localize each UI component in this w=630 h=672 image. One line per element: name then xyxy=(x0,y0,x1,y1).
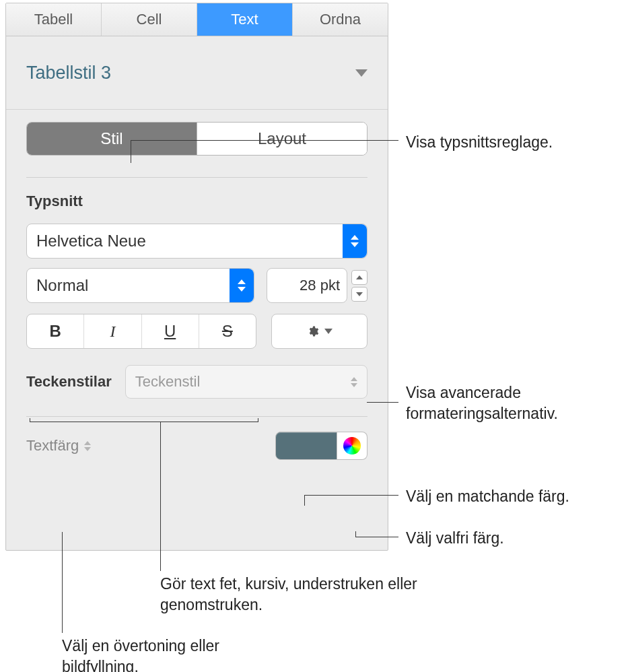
leader-line xyxy=(355,537,398,537)
chevron-down-icon[interactable] xyxy=(355,69,368,77)
paragraph-style-name: Tabellstil 3 xyxy=(26,63,111,83)
italic-button[interactable]: I xyxy=(83,314,141,348)
popup-stepper-icon xyxy=(84,441,91,451)
text-color-label: Textfärg xyxy=(26,437,79,455)
leader-line xyxy=(30,418,30,422)
popup-stepper-icon xyxy=(351,377,357,387)
font-family-popup[interactable]: Helvetica Neue xyxy=(26,224,368,259)
underline-button[interactable]: U xyxy=(141,314,199,348)
bold-button[interactable]: B xyxy=(27,314,83,348)
character-styles-label: Teckenstilar xyxy=(26,373,112,391)
color-wheel-button[interactable] xyxy=(337,432,368,460)
font-size-stepper xyxy=(351,268,368,303)
color-swatch-group xyxy=(275,432,368,460)
callout-text: Gör text fet, kursiv, understruken eller… xyxy=(160,574,450,615)
leader-line xyxy=(367,402,398,403)
stage: { "tabs": { "tabell": "Tabell", "cell": … xyxy=(0,0,630,672)
font-size-up-button[interactable] xyxy=(351,270,368,285)
character-style-placeholder: Teckenstil xyxy=(135,373,201,391)
callout-text: Visa avancerade formateringsalternativ. xyxy=(406,382,621,424)
segment-stil[interactable]: Stil xyxy=(27,123,197,155)
paragraph-style-row[interactable]: Tabellstil 3 xyxy=(6,36,388,109)
tab-tabell[interactable]: Tabell xyxy=(6,3,102,36)
leader-line xyxy=(355,531,356,537)
leader-line xyxy=(304,495,398,496)
font-size-down-button[interactable] xyxy=(351,287,368,302)
font-section: Typsnitt Helvetica Neue Normal 28 pkt xyxy=(6,178,388,399)
callout-text: Välj en övertoning eller bildfyllning. xyxy=(62,636,237,672)
tab-cell[interactable]: Cell xyxy=(102,3,197,36)
callout-text: Visa typsnittsreglage. xyxy=(406,132,553,153)
chevron-down-icon xyxy=(324,329,332,334)
color-swatch-button[interactable] xyxy=(275,432,337,460)
tab-ordna[interactable]: Ordna xyxy=(293,3,388,36)
leader-line xyxy=(304,495,305,506)
callout-text: Välj valfri färg. xyxy=(406,528,504,549)
popup-stepper-icon xyxy=(343,224,367,258)
leader-line xyxy=(62,532,63,633)
leader-line xyxy=(30,422,258,422)
inspector-panel: Tabell Cell Text Ordna Tabellstil 3 Stil… xyxy=(5,3,388,551)
bius-group: B I U S xyxy=(26,314,256,349)
strikethrough-button[interactable]: S xyxy=(199,314,256,348)
leader-line xyxy=(131,140,131,163)
advanced-options-button[interactable] xyxy=(271,314,368,349)
segmented-control: Stil Layout xyxy=(26,122,368,156)
font-weight-popup[interactable]: Normal xyxy=(26,268,254,303)
text-color-popup[interactable]: Textfärg xyxy=(26,437,91,455)
text-color-row: Textfärg xyxy=(6,417,388,460)
font-weight-value: Normal xyxy=(27,276,230,295)
leader-line xyxy=(258,418,258,422)
main-tabs: Tabell Cell Text Ordna xyxy=(6,3,388,36)
leader-line xyxy=(131,140,398,141)
gear-icon xyxy=(307,325,319,337)
font-size-field[interactable]: 28 pkt xyxy=(267,268,347,303)
character-style-popup[interactable]: Teckenstil xyxy=(125,365,368,399)
popup-stepper-icon xyxy=(230,269,254,302)
color-wheel-icon xyxy=(343,437,361,455)
tab-text[interactable]: Text xyxy=(197,3,293,36)
callout-text: Välj en matchande färg. xyxy=(406,486,569,507)
font-section-label: Typsnitt xyxy=(26,193,368,210)
font-family-value: Helvetica Neue xyxy=(27,232,343,250)
segment-layout[interactable]: Layout xyxy=(197,123,367,155)
segmented-wrapper: Stil Layout xyxy=(6,109,388,162)
font-size-box: 28 pkt xyxy=(267,268,368,303)
leader-line xyxy=(160,422,161,571)
